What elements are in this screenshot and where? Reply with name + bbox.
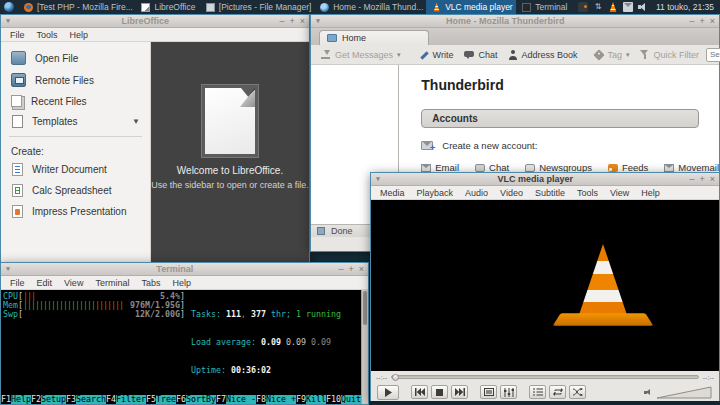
menu-item[interactable]: Edit (32, 278, 58, 288)
taskbar-button[interactable]: Terminal (516, 0, 572, 14)
maximize-button[interactable]: + (289, 15, 294, 28)
video-area[interactable] (371, 200, 719, 371)
menu-item[interactable]: View (59, 278, 88, 288)
write-button[interactable]: Write (415, 48, 458, 62)
thunderbird-titlebar[interactable]: ▾ Home - Mozilla Thunderbird – + × (311, 15, 719, 28)
taskbar-button[interactable]: [Pictures - File Manager] (200, 0, 314, 14)
quick-filter-button[interactable]: Quick Filter (636, 48, 703, 62)
status-icon (317, 227, 325, 235)
taskbar-app-icon (320, 3, 329, 12)
menu-item[interactable]: Tools (572, 188, 603, 198)
sidebar-item[interactable]: Recent Files (1, 91, 150, 111)
status-text: Done (331, 226, 353, 236)
function-key-button[interactable]: F2Setup (31, 395, 66, 404)
menu-item[interactable]: Tabs (136, 278, 165, 288)
minimize-button[interactable]: – (689, 173, 694, 186)
sidebar-item[interactable]: Remote Files (1, 69, 150, 91)
taskbar-button[interactable]: LibreOffice (135, 0, 199, 14)
menu-item[interactable]: Help (636, 188, 665, 198)
mail-tray-icon[interactable] (623, 2, 633, 12)
stop-button[interactable] (431, 385, 448, 399)
taskbar-button[interactable]: VLC media player (426, 0, 516, 14)
minimize-button[interactable]: – (338, 263, 343, 276)
address-book-button[interactable]: Address Book (504, 48, 581, 62)
function-key-button[interactable]: F5Tree (146, 395, 176, 404)
menu-item[interactable]: View (605, 188, 634, 198)
seek-handle[interactable] (392, 374, 399, 381)
network-tray-icon[interactable]: ⇅ (593, 2, 603, 12)
function-key-button[interactable]: F9Kill (296, 395, 326, 404)
document-type-icon (12, 184, 23, 197)
get-messages-button[interactable]: Get Messages ▾ (317, 48, 405, 62)
terminal-titlebar[interactable]: ▾ Terminal – + × (1, 263, 368, 276)
close-button[interactable]: × (359, 263, 364, 276)
terminal-scrollbar[interactable] (361, 290, 368, 404)
clock[interactable]: 11 touko, 21:35 (654, 2, 720, 12)
playlist-button[interactable] (529, 385, 546, 399)
taskbar-button[interactable]: Home - Mozilla Thund... (314, 0, 426, 14)
window-menu-icon[interactable]: ▾ (311, 17, 325, 25)
extended-settings-button[interactable] (500, 385, 517, 399)
shuffle-button[interactable] (569, 385, 586, 399)
next-button[interactable] (451, 385, 468, 399)
function-key-button[interactable]: F4Filter (106, 395, 146, 404)
terminal-content[interactable]: CPU[|||5.4%] Mem[|||||||||||||||||||||||… (1, 290, 368, 404)
minimize-button[interactable]: – (689, 15, 694, 28)
input-method-tray-icon[interactable] (578, 2, 588, 12)
previous-button[interactable] (411, 385, 428, 399)
search-input[interactable] (710, 50, 720, 59)
create-item[interactable]: Impress Presentation (1, 201, 150, 222)
applications-menu-button[interactable] (0, 0, 18, 14)
create-item-label: Writer Document (32, 164, 107, 175)
loop-button[interactable] (549, 385, 566, 399)
play-button[interactable] (377, 385, 399, 400)
vlc-tray-icon[interactable] (608, 2, 618, 12)
menu-item[interactable]: Tools (32, 30, 63, 40)
maximize-button[interactable]: + (699, 173, 704, 186)
window-menu-icon[interactable]: ▾ (1, 265, 15, 273)
tab-home[interactable]: Home (319, 30, 429, 45)
taskbar-button[interactable]: [Test PHP - Mozilla Fire... (18, 0, 135, 14)
libreoffice-titlebar[interactable]: ▾ LibreOffice – + × (1, 15, 309, 28)
menu-item[interactable]: Playback (412, 188, 459, 198)
volume-tray-icon[interactable] (638, 2, 648, 12)
menu-item[interactable]: Help (65, 30, 94, 40)
close-button[interactable]: × (300, 15, 305, 28)
tag-button[interactable]: Tag ▾ (591, 48, 633, 62)
menu-item[interactable]: Media (375, 188, 410, 198)
volume-slider[interactable] (657, 386, 713, 399)
menu-item[interactable]: Audio (460, 188, 493, 198)
seek-bar-row: --:-- --:-- (371, 371, 719, 383)
pencil-icon (419, 50, 429, 60)
function-key-button[interactable]: F8Nice + (256, 395, 296, 404)
maximize-button[interactable]: + (699, 15, 704, 28)
minimize-button[interactable]: – (279, 15, 284, 28)
menu-item[interactable]: File (5, 30, 30, 40)
vlc-titlebar[interactable]: ▾ VLC media player – + × (371, 173, 719, 186)
sidebar-item[interactable]: Templates ▼ (1, 111, 150, 132)
menu-item[interactable]: File (5, 278, 30, 288)
menu-item[interactable]: Video (495, 188, 528, 198)
window-menu-icon[interactable]: ▾ (371, 175, 385, 183)
menu-item[interactable]: Terminal (90, 278, 134, 288)
function-key-button[interactable]: F6SortBy (176, 395, 216, 404)
function-key-button[interactable]: F7Nice - (216, 395, 256, 404)
close-button[interactable]: × (710, 173, 715, 186)
function-key-button[interactable]: F1Help (1, 395, 31, 404)
create-item[interactable]: Calc Spreadsheet (1, 180, 150, 201)
function-key-button[interactable]: F10Quit (326, 395, 361, 404)
window-menu-icon[interactable]: ▾ (1, 17, 15, 25)
close-button[interactable]: × (710, 15, 715, 28)
function-key-button[interactable]: F3Search (66, 395, 106, 404)
menu-item[interactable]: Subtitle (530, 188, 570, 198)
volume-control[interactable] (644, 386, 713, 399)
fullscreen-button[interactable] (480, 385, 497, 399)
sidebar-item[interactable]: Open File (1, 47, 150, 69)
applications-menu-icon (4, 2, 14, 12)
chat-button[interactable]: Chat (460, 48, 501, 62)
maximize-button[interactable]: + (348, 263, 353, 276)
menu-item[interactable]: Help (167, 278, 196, 288)
create-item[interactable]: Writer Document (1, 159, 150, 180)
accounts-section-header[interactable]: Accounts (421, 109, 699, 128)
seek-slider[interactable] (391, 375, 698, 379)
